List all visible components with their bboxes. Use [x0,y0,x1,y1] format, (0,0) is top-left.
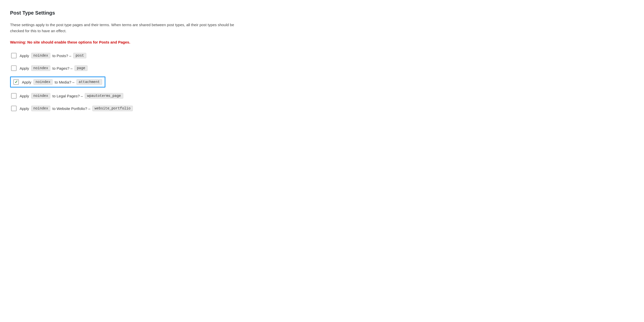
checkbox-noindex-portfolio[interactable] [11,106,17,111]
checkbox-label-noindex-pages: Apply noindex to Pages? – page [20,65,88,71]
label-keyword-noindex-pages: noindex [31,65,51,71]
checkbox-row-noindex-pages: Apply noindex to Pages? – page [10,64,634,72]
label-prefix-noindex-pages: Apply [20,66,29,70]
label-middle-noindex-pages: to Pages? – [52,66,72,70]
label-prefix-noindex-posts: Apply [20,54,29,58]
section-description: These settings apply to the post type pa… [10,22,236,34]
label-keyword-noindex-legal: noindex [31,93,51,99]
checkbox-noindex-media[interactable] [13,79,19,85]
label-middle-noindex-media: to Media? – [55,80,74,84]
checkbox-label-noindex-posts: Apply noindex to Posts? – post [20,53,86,58]
label-prefix-noindex-portfolio: Apply [20,106,29,111]
checkbox-label-noindex-media: Apply noindex to Media? – attachment [22,79,102,85]
label-prefix-noindex-media: Apply [22,80,31,84]
checkbox-row-noindex-media: Apply noindex to Media? – attachment [10,76,105,88]
checkbox-noindex-posts[interactable] [11,53,17,58]
label-code-noindex-media: attachment [76,79,102,85]
label-code-noindex-posts: post [73,53,86,58]
label-keyword-noindex-portfolio: noindex [31,106,51,111]
warning-text: Warning: No site should enable these opt… [10,40,634,44]
checkbox-label-noindex-legal: Apply noindex to Legal Pages? – wpautote… [20,93,123,99]
checkbox-row-noindex-legal: Apply noindex to Legal Pages? – wpautote… [10,92,634,100]
checkbox-row-noindex-portfolio: Apply noindex to Website Portfolio? – we… [10,104,634,113]
label-keyword-noindex-media: noindex [33,79,53,85]
label-middle-noindex-legal: to Legal Pages? – [52,94,83,98]
checkbox-list: Apply noindex to Posts? – postApply noin… [10,51,634,113]
checkbox-noindex-pages[interactable] [11,65,17,71]
checkbox-noindex-legal[interactable] [11,93,17,99]
label-prefix-noindex-legal: Apply [20,94,29,98]
label-code-noindex-pages: page [74,65,88,71]
label-middle-noindex-posts: to Posts? – [52,54,71,58]
label-code-noindex-legal: wpautoterms_page [85,93,123,99]
label-code-noindex-portfolio: website_portfolio [92,106,133,111]
checkbox-label-noindex-portfolio: Apply noindex to Website Portfolio? – we… [20,106,133,111]
section-title: Post Type Settings [10,10,634,16]
label-keyword-noindex-posts: noindex [31,53,51,58]
checkbox-row-noindex-posts: Apply noindex to Posts? – post [10,51,634,60]
label-middle-noindex-portfolio: to Website Portfolio? – [52,106,90,111]
